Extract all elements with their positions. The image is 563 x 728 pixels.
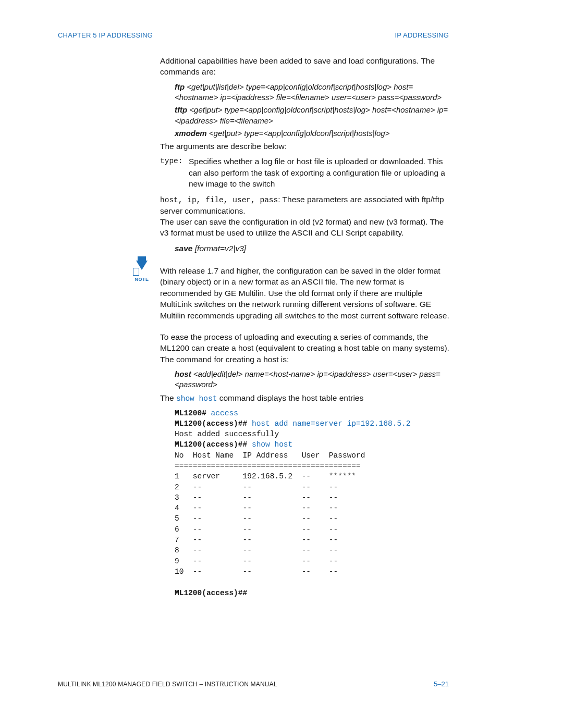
show-host-line: The show host command displays the host … (160, 392, 452, 404)
footer-title: MULTILINK ML1200 MANAGED FIELD SWITCH – … (58, 681, 277, 688)
save-syntax: save [format=v2|v3] (175, 243, 452, 254)
arg-type-term: type: (160, 156, 189, 189)
arg-hosts-row: host, ip, file, user, pass: These parame… (160, 194, 452, 216)
footer-page-number: 5–21 (434, 680, 449, 688)
arg-type-desc: Specifies whether a log file or host fil… (189, 156, 452, 189)
xmodem-syntax: xmodem <get|put> type=<app|config|oldcon… (175, 128, 452, 139)
tftp-syntax: tftp <get|put> type=<app|config|oldconf|… (175, 105, 452, 126)
host-syntax: host <add|edit|del> name=<host-name> ip=… (175, 369, 452, 390)
ftp-syntax: ftp <get|put|list|del> type=<app|config|… (175, 82, 452, 103)
intro-text: Additional capabilities have been added … (160, 55, 452, 78)
manual-page: CHAPTER 5 IP ADDRESSING IP ADDRESSING NO… (0, 0, 563, 728)
args-intro: The arguments are describe below: (160, 141, 452, 152)
note-icon: NOTE (131, 261, 152, 282)
header-chapter: CHAPTER 5 IP ADDRESSING (58, 31, 153, 39)
arg-type-row: type: Specifies whether a log file or ho… (160, 156, 452, 189)
note-paragraph: With release 1.7 and higher, the configu… (160, 265, 452, 321)
header-section: IP ADDRESSING (395, 31, 449, 39)
host-paragraph: To ease the process of uploading and exe… (160, 331, 452, 365)
note-label: NOTE (131, 277, 152, 282)
terminal-output: ML1200# access ML1200(access)## host add… (175, 408, 452, 598)
save-para: The user can save the configuration in o… (160, 216, 452, 239)
body-content: Additional capabilities have been added … (160, 55, 452, 601)
arg-hosts-terms: host, ip, file, user, pass (160, 196, 278, 204)
